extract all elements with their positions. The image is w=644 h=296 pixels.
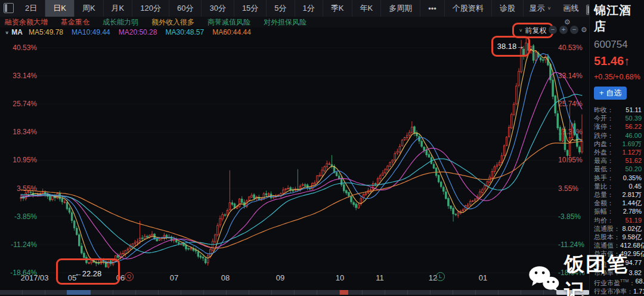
adjust-mode-button[interactable]: ∨ 前复权 — [512, 23, 553, 38]
period-tab-季K[interactable]: 季K — [323, 0, 352, 17]
quote-row-流通股: 流通股：8.02亿 — [594, 224, 642, 233]
price-change: +0.35/+0.68% — [594, 73, 642, 81]
ma-legend-value: MA20:50.28 — [119, 28, 157, 36]
display-menu-button[interactable]: 显示∨ — [524, 3, 558, 14]
svg-text:08: 08 — [221, 273, 230, 282]
gear-icon[interactable]: ⚙ — [564, 18, 571, 26]
period-tab-120分[interactable]: 120分 — [132, 0, 169, 17]
signal-tag[interactable]: 基金重仓 — [61, 17, 89, 27]
period-tabs: 2日日K周K月K120分60分30分15分5分1分季K年K多周期•••个股资料诊… — [17, 0, 524, 17]
quote-row-昨收: 昨收：51.11 — [594, 106, 642, 114]
zoom-in-icon[interactable]: + — [559, 26, 568, 34]
svg-text:-11.24%: -11.24% — [558, 240, 584, 249]
wechat-icon — [528, 264, 561, 292]
quote-row-总股本: 总股本：9.58亿 — [594, 233, 642, 241]
period-tab-周K[interactable]: 周K — [75, 0, 104, 17]
signal-tag-bar: 融资余额大增基金重仓成长能力弱额外收入很多商誉减值风险对外担保风险 — [0, 17, 589, 27]
candlestick-chart[interactable]: 40.53%40.53%33.14%33.14%25.74%25.74%18.3… — [0, 37, 589, 290]
ma-legend-value: MA5:49.78 — [29, 28, 63, 36]
svg-text:2017/03: 2017/03 — [21, 273, 49, 282]
svg-text:25.74%: 25.74% — [13, 100, 37, 108]
svg-text:40.53%: 40.53% — [558, 44, 583, 52]
layout-toggle-icon[interactable] — [4, 3, 14, 13]
quote-row-外盘: 外盘：1.12万 — [594, 148, 642, 156]
svg-text:01: 01 — [479, 273, 487, 282]
quote-row-涨停: 涨停：56.22 — [594, 122, 642, 131]
quote-row-均价: 均价：51.19 — [594, 216, 642, 224]
svg-text:33.14%: 33.14% — [558, 72, 583, 80]
svg-text:33.14%: 33.14% — [13, 72, 37, 80]
chart-navigator-scrollbar[interactable] — [0, 290, 589, 295]
ma-legend-value: MA30:48.57 — [165, 28, 204, 36]
svg-text:11: 11 — [376, 273, 384, 282]
svg-text:07: 07 — [170, 273, 178, 282]
period-toolbar: 2日日K周K月K120分60分30分15分5分1分季K年K多周期•••个股资料诊… — [0, 0, 589, 17]
ma-indicator-toggle[interactable]: ∨MA — [5, 28, 23, 36]
current-price: 51.46↑ — [594, 54, 642, 68]
adjust-mode-label: 前复权 — [525, 26, 547, 36]
quote-row-换手: 换手：0.35% — [594, 174, 642, 182]
signal-tag[interactable]: 对外担保风险 — [264, 17, 306, 27]
svg-text:-11.24%: -11.24% — [11, 240, 37, 249]
chevron-down-icon: ∨ — [519, 28, 523, 33]
ma-legend-value: MA10:49.44 — [72, 28, 110, 36]
period-tab-15分[interactable]: 15分 — [234, 0, 267, 17]
period-tab-多周期[interactable]: 多周期 — [381, 0, 420, 17]
svg-text:09: 09 — [276, 273, 284, 282]
svg-text:10: 10 — [336, 273, 344, 282]
period-tab-日K[interactable]: 日K — [45, 0, 75, 17]
draw-line-button[interactable]: 画线 — [557, 3, 584, 14]
svg-text:-3.85%: -3.85% — [14, 212, 37, 221]
svg-text:10.95%: 10.95% — [558, 156, 583, 164]
quote-row-流通值: 流通值：412.68亿 — [594, 241, 642, 249]
ma-legend-items: MA5:49.78MA10:49.44MA20:50.28MA30:48.57M… — [29, 28, 259, 36]
quote-row-量比: 量比：0.45 — [594, 182, 642, 190]
annotation-box-historical-high: 38.18→ — [491, 36, 530, 57]
event-marker-q[interactable]: Q — [125, 272, 134, 281]
period-tab-1分[interactable]: 1分 — [295, 0, 323, 17]
period-tab-•••[interactable]: ••• — [420, 0, 445, 17]
watermark-text: 饭团笔记 — [564, 251, 644, 296]
period-tab-60分[interactable]: 60分 — [169, 0, 202, 17]
quote-row-最高: 最高：51.62 — [594, 156, 642, 165]
svg-text:10.95%: 10.95% — [13, 156, 37, 164]
collapse-icon[interactable]: − — [570, 26, 578, 34]
quote-row-振幅: 振幅：2.78% — [594, 207, 642, 215]
signal-tag[interactable]: 成长能力弱 — [103, 17, 138, 27]
add-watchlist-button[interactable]: + 自选 — [594, 87, 627, 100]
signal-tag[interactable]: 融资余额大增 — [5, 17, 48, 27]
zoom-out-icon[interactable]: − — [549, 26, 557, 34]
watermark: 饭团笔记 — [528, 251, 644, 296]
period-tab-月K[interactable]: 月K — [104, 0, 133, 17]
chart-settings-gear-icon[interactable]: ⚙ — [581, 26, 587, 34]
period-tab-诊股[interactable]: 诊股 — [492, 0, 524, 17]
period-tab-年K[interactable]: 年K — [352, 0, 382, 17]
svg-text:3.55%: 3.55% — [17, 184, 37, 193]
period-tab-2日[interactable]: 2日 — [17, 0, 45, 17]
signal-tag[interactable]: 商誉减值风险 — [208, 17, 250, 27]
signal-tag[interactable]: 额外收入很多 — [151, 17, 194, 27]
quote-row-跌停: 跌停：46.00 — [594, 131, 642, 140]
up-arrow-icon: ↑ — [624, 54, 630, 67]
quote-row-今开: 今开：50.39 — [594, 114, 642, 122]
stock-code: 600754 — [594, 39, 642, 51]
stock-chart-app: { "window": { "title": "锦江酒店" }, "toolba… — [0, 0, 644, 296]
chart-zoom-controls: − + − ⚙ — [549, 26, 587, 34]
period-tab-个股资料[interactable]: 个股资料 — [445, 0, 492, 17]
event-marker-l[interactable]: L — [436, 272, 445, 281]
svg-text:3.55%: 3.55% — [558, 184, 578, 193]
chart-panel: 2日日K周K月K120分60分30分15分5分1分季K年K多周期•••个股资料诊… — [0, 0, 589, 296]
navigator-blue-segment — [67, 290, 91, 295]
quote-row-最低: 最低：50.20 — [594, 165, 642, 173]
svg-text:18.34%: 18.34% — [13, 128, 37, 136]
svg-text:-3.85%: -3.85% — [558, 212, 581, 221]
navigator-red-segment — [340, 290, 348, 295]
period-tab-30分[interactable]: 30分 — [202, 0, 234, 17]
annotation-box-historical-low: ←22.28 — [56, 258, 120, 285]
historical-low-value: ←22.28 — [75, 269, 102, 278]
historical-high-value: 38.18→ — [497, 42, 525, 51]
stock-name: 锦江酒店 — [594, 2, 642, 35]
quote-row-内盘: 内盘：1.69万 — [594, 140, 642, 148]
ma-legend-value: MA60:44.44 — [212, 28, 251, 36]
period-tab-5分[interactable]: 5分 — [267, 0, 295, 17]
